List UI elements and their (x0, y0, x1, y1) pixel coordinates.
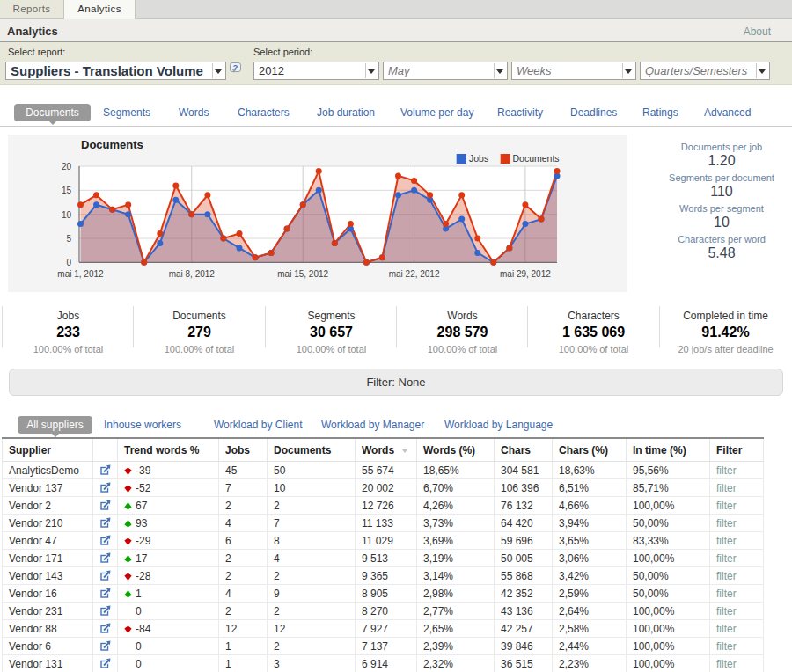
svg-text:mai 29, 2012: mai 29, 2012 (500, 269, 551, 279)
svg-text:5: 5 (66, 234, 71, 244)
svg-text:15: 15 (62, 186, 72, 195)
svg-text:10: 10 (62, 210, 72, 220)
svg-text:20: 20 (62, 162, 72, 172)
svg-text:0: 0 (66, 258, 71, 267)
svg-text:mai 8, 2012: mai 8, 2012 (169, 269, 216, 279)
svg-text:Jobs: Jobs (469, 153, 488, 164)
svg-text:mai 1, 2012: mai 1, 2012 (57, 269, 104, 279)
svg-text:mai 15, 2012: mai 15, 2012 (277, 269, 328, 279)
svg-text:mai 22, 2012: mai 22, 2012 (389, 269, 440, 279)
svg-text:Documents: Documents (513, 153, 560, 164)
svg-text:Documents: Documents (81, 138, 143, 151)
